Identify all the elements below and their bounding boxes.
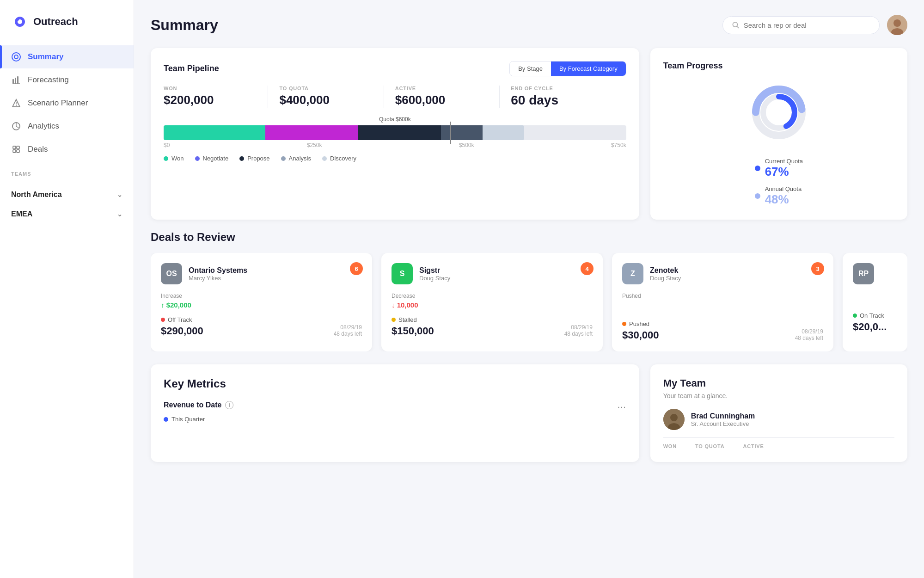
stat-active-value: $600,000 xyxy=(395,93,488,107)
svg-rect-16 xyxy=(13,150,16,153)
svg-point-28 xyxy=(670,414,678,421)
my-team-title: My Team xyxy=(663,377,894,389)
analytics-label: Analytics xyxy=(28,122,59,131)
deal-rep-os: Marcy Yikes xyxy=(189,275,247,282)
deal-right-zenotek: 08/29/19 48 days left xyxy=(795,328,823,341)
sidebar-item-deals[interactable]: Deals xyxy=(0,138,134,161)
deal-rep-sigstr: Doug Stacy xyxy=(419,275,450,282)
deal-status-dot-sigstr xyxy=(392,318,396,322)
logo-container: Outreach xyxy=(0,0,134,45)
search-icon xyxy=(732,21,739,29)
current-quota-item: Current Quota 67% xyxy=(755,158,803,179)
stat-end-of-cycle: END OF CYCLE 60 days xyxy=(511,86,615,108)
svg-rect-14 xyxy=(13,146,16,149)
deal-footer-sigstr: Stalled $150,000 08/29/19 48 days left xyxy=(392,316,593,337)
pipeline-legend: Won Negotiate Propose Analysis Discovery xyxy=(164,155,626,162)
legend-won: Won xyxy=(164,155,184,162)
sidebar-item-summary[interactable]: Summary xyxy=(0,45,134,68)
annual-quota-dot xyxy=(755,193,760,199)
segment-propose xyxy=(358,125,441,140)
search-input[interactable] xyxy=(744,21,870,29)
toggle-by-stage[interactable]: By Stage xyxy=(510,61,551,76)
key-metrics-card: Key Metrics Revenue to Date i … This Qua… xyxy=(151,364,639,462)
svg-rect-15 xyxy=(17,146,19,149)
metrics-title: Revenue to Date i xyxy=(164,401,233,409)
deal-amount-sigstr: $150,000 xyxy=(392,325,434,337)
deal-status-sigstr: Stalled xyxy=(392,316,434,323)
deal-info-os: Ontario Systems Marcy Yikes xyxy=(189,266,247,282)
team-pipeline-card: Team Pipeline By Stage By Forecast Categ… xyxy=(151,48,639,220)
sidebar-item-north-america[interactable]: North America ⌄ xyxy=(0,185,134,204)
sidebar-item-analytics[interactable]: Analytics xyxy=(0,115,134,138)
quota-marker xyxy=(450,122,451,144)
donut-chart xyxy=(747,80,811,145)
deal-date-os: 08/29/19 xyxy=(334,324,362,331)
deal-change-label-os: Increase xyxy=(161,293,362,299)
deal-status-label-rp: On Track xyxy=(860,312,884,319)
this-quarter-label: This Quarter xyxy=(164,416,626,423)
stat-quota-label: TO QUOTA xyxy=(279,86,372,91)
svg-point-21 xyxy=(893,19,901,27)
quarter-dot xyxy=(164,417,168,422)
pipeline-stats: WON $200,000 TO QUOTA $400,000 ACTIVE $6… xyxy=(164,86,626,108)
deal-logo-text-os: OS xyxy=(166,270,177,278)
main-content: Summary Team Pipeline xyxy=(134,0,924,578)
deal-days-os: 48 days left xyxy=(334,331,362,337)
team-col-active-label: ACTIVE xyxy=(743,443,764,449)
avatar xyxy=(887,15,907,35)
teams-section: TEAMS xyxy=(0,161,134,185)
svg-point-0 xyxy=(11,13,29,31)
top-row: Team Pipeline By Stage By Forecast Categ… xyxy=(151,48,907,231)
legend-dot-won xyxy=(164,156,168,161)
more-options-icon[interactable]: … xyxy=(617,400,626,410)
legend-dot-analysis xyxy=(281,156,286,161)
analytics-icon xyxy=(11,121,21,131)
segment-negotiate xyxy=(265,125,358,140)
svg-rect-17 xyxy=(17,150,19,153)
deal-date-sigstr: 08/29/19 xyxy=(564,324,593,331)
logo-text: Outreach xyxy=(33,16,78,28)
this-quarter-text: This Quarter xyxy=(171,416,205,423)
deal-card-ontario-systems: OS Ontario Systems Marcy Yikes 6 Increas… xyxy=(151,253,372,351)
scenario-planner-icon xyxy=(11,98,21,108)
deal-status-dot-os xyxy=(161,318,165,322)
deal-date-zenotek: 08/29/19 xyxy=(795,328,823,335)
sidebar-item-emea[interactable]: EMEA ⌄ xyxy=(0,204,134,224)
my-team-subtitle: Your team at a glance. xyxy=(663,392,894,400)
segment-won xyxy=(164,125,265,140)
deal-status-label-os: Off Track xyxy=(168,316,192,323)
team-cols: WON TO QUOTA ACTIVE xyxy=(663,437,894,449)
forecasting-label: Forecasting xyxy=(28,75,69,85)
north-america-chevron: ⌄ xyxy=(117,191,122,198)
deal-header-rp: RP xyxy=(853,263,897,284)
deal-status-os: Off Track xyxy=(161,316,203,323)
toggle-by-forecast[interactable]: By Forecast Category xyxy=(551,61,626,76)
deal-amount-zenotek: $30,000 xyxy=(622,329,659,341)
sidebar-item-scenario-planner[interactable]: Scenario Planner xyxy=(0,92,134,115)
donut-svg xyxy=(747,80,811,145)
sidebar-item-forecasting[interactable]: Forecasting xyxy=(0,68,134,92)
axis-500k: $500k xyxy=(459,142,474,148)
deal-right-sigstr: 08/29/19 48 days left xyxy=(564,324,593,337)
pipeline-header: Team Pipeline By Stage By Forecast Categ… xyxy=(164,61,626,76)
segment-analysis xyxy=(441,125,483,140)
metrics-title-text: Revenue to Date xyxy=(164,401,221,409)
deal-logo-zenotek: Z xyxy=(622,263,643,284)
deal-days-sigstr: 48 days left xyxy=(564,331,593,337)
deal-change-label-zenotek: Pushed xyxy=(622,293,823,299)
search-box[interactable] xyxy=(722,16,880,34)
stat-won: WON $200,000 xyxy=(164,86,268,108)
deal-badge-sigstr: 4 xyxy=(581,262,594,275)
deal-header-sigstr: S Sigstr Doug Stacy 4 xyxy=(392,263,593,284)
legend-dot-negotiate xyxy=(195,156,200,161)
legend-dot-discovery xyxy=(322,156,327,161)
deal-status-rp: On Track xyxy=(853,312,897,319)
legend-analysis: Analysis xyxy=(281,155,311,162)
emea-chevron: ⌄ xyxy=(117,210,122,218)
deal-card-sigstr: S Sigstr Doug Stacy 4 Decrease ↓ 10,000 … xyxy=(381,253,603,351)
outreach-logo-icon xyxy=(11,13,29,31)
my-team-card: My Team Your team at a glance. Brad Cunn… xyxy=(650,364,907,462)
deal-info-zenotek: Zenotek Doug Stacy xyxy=(650,266,681,282)
legend-label-propose: Propose xyxy=(247,155,269,162)
forecasting-icon xyxy=(11,75,21,85)
